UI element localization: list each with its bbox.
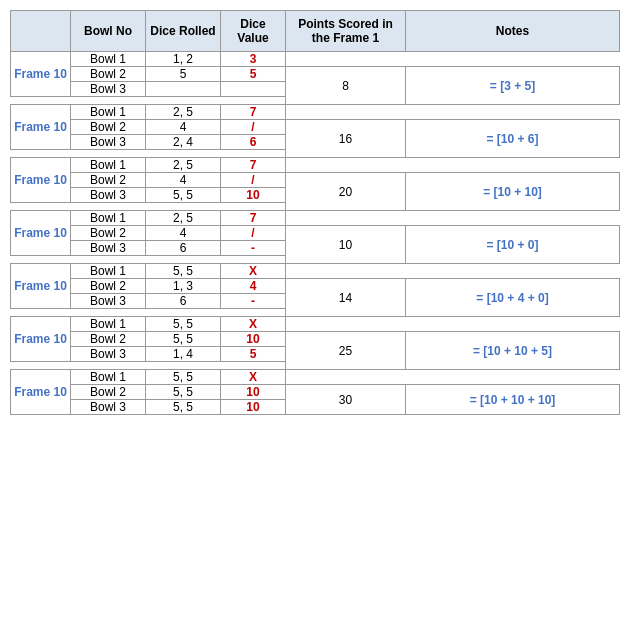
dice-value: - — [221, 294, 286, 309]
dice-rolled-value: 5, 5 — [146, 400, 221, 415]
dice-value: 10 — [221, 332, 286, 347]
dice-rolled-value: 2, 5 — [146, 211, 221, 226]
frame-label: Frame 10 — [11, 211, 71, 256]
dice-rolled-value: 6 — [146, 294, 221, 309]
bowl-name: Bowl 2 — [71, 120, 146, 135]
table-row: Frame 10Bowl 12, 57 — [11, 158, 620, 173]
header-dice-rolled: Dice Rolled — [146, 11, 221, 52]
dice-rolled-value: 6 — [146, 241, 221, 256]
dice-rolled-value: 4 — [146, 120, 221, 135]
dice-rolled-value — [146, 82, 221, 97]
dice-rolled-value: 2, 5 — [146, 158, 221, 173]
header-points: Points Scored in the Frame 1 — [286, 11, 406, 52]
dice-rolled-value: 2, 4 — [146, 135, 221, 150]
dice-rolled-value: 5, 5 — [146, 332, 221, 347]
dice-rolled-value: 2, 5 — [146, 105, 221, 120]
bowl-name: Bowl 3 — [71, 135, 146, 150]
dice-rolled-value: 1, 2 — [146, 52, 221, 67]
dice-value: 4 — [221, 279, 286, 294]
bowl-name: Bowl 2 — [71, 173, 146, 188]
bowl-name: Bowl 3 — [71, 400, 146, 415]
header-bowl-no: Bowl No — [71, 11, 146, 52]
dice-rolled-value: 1, 3 — [146, 279, 221, 294]
table-row: Frame 10Bowl 11, 23 — [11, 52, 620, 67]
dice-rolled-value: 5 — [146, 67, 221, 82]
bowl-name: Bowl 2 — [71, 385, 146, 400]
bowl-name: Bowl 1 — [71, 158, 146, 173]
table-row: Bowl 25, 51025= [10 + 10 + 5] — [11, 332, 620, 347]
frame-label: Frame 10 — [11, 158, 71, 203]
bowl-name: Bowl 3 — [71, 188, 146, 203]
table-row: Bowl 2558= [3 + 5] — [11, 67, 620, 82]
frame-label: Frame 10 — [11, 52, 71, 97]
dice-value: / — [221, 173, 286, 188]
bowl-name: Bowl 3 — [71, 241, 146, 256]
dice-rolled-value: 4 — [146, 226, 221, 241]
bowl-name: Bowl 2 — [71, 279, 146, 294]
dice-value: 7 — [221, 211, 286, 226]
dice-value: / — [221, 226, 286, 241]
bowl-name: Bowl 1 — [71, 52, 146, 67]
notes-value: = [10 + 10 + 10] — [406, 385, 620, 415]
bowl-name: Bowl 2 — [71, 67, 146, 82]
table-row: Frame 10Bowl 12, 57 — [11, 211, 620, 226]
bowl-name: Bowl 2 — [71, 226, 146, 241]
bowl-name: Bowl 3 — [71, 347, 146, 362]
frame-label: Frame 10 — [11, 264, 71, 309]
dice-value: X — [221, 317, 286, 332]
table-row: Frame 10Bowl 12, 57 — [11, 105, 620, 120]
frame-label: Frame 10 — [11, 317, 71, 362]
dice-value: - — [221, 241, 286, 256]
dice-rolled-value: 5, 5 — [146, 264, 221, 279]
dice-rolled-value: 5, 5 — [146, 370, 221, 385]
table-row: Bowl 24/10= [10 + 0] — [11, 226, 620, 241]
dice-value: / — [221, 120, 286, 135]
bowl-name: Bowl 1 — [71, 211, 146, 226]
bowl-name: Bowl 3 — [71, 82, 146, 97]
table-row: Bowl 24/16= [10 + 6] — [11, 120, 620, 135]
bowl-name: Bowl 2 — [71, 332, 146, 347]
dice-value: 5 — [221, 67, 286, 82]
main-table: Bowl No Dice Rolled Dice Value Points Sc… — [10, 10, 620, 415]
dice-rolled-value: 5, 5 — [146, 385, 221, 400]
bowl-name: Bowl 1 — [71, 317, 146, 332]
points-scored: 30 — [286, 385, 406, 415]
dice-value: X — [221, 264, 286, 279]
dice-rolled-value: 1, 4 — [146, 347, 221, 362]
table-row: Frame 10Bowl 15, 5X — [11, 317, 620, 332]
dice-value: 7 — [221, 105, 286, 120]
table-row: Bowl 25, 51030= [10 + 10 + 10] — [11, 385, 620, 400]
header-dice-value: Dice Value — [221, 11, 286, 52]
dice-value: 5 — [221, 347, 286, 362]
bowl-name: Bowl 1 — [71, 105, 146, 120]
table-row: Frame 10Bowl 15, 5X — [11, 264, 620, 279]
bowl-name: Bowl 1 — [71, 370, 146, 385]
bowl-name: Bowl 3 — [71, 294, 146, 309]
dice-rolled-value: 5, 5 — [146, 188, 221, 203]
frame-label: Frame 10 — [11, 370, 71, 415]
dice-value — [221, 82, 286, 97]
dice-rolled-value: 4 — [146, 173, 221, 188]
dice-value: 10 — [221, 188, 286, 203]
bowl-name: Bowl 1 — [71, 264, 146, 279]
table-row: Bowl 24/20= [10 + 10] — [11, 173, 620, 188]
header-frame — [11, 11, 71, 52]
dice-value: 10 — [221, 385, 286, 400]
table-row: Frame 10Bowl 15, 5X — [11, 370, 620, 385]
frame-label: Frame 10 — [11, 105, 71, 150]
dice-value: 6 — [221, 135, 286, 150]
header-notes: Notes — [406, 11, 620, 52]
dice-value: X — [221, 370, 286, 385]
dice-value: 3 — [221, 52, 286, 67]
dice-rolled-value: 5, 5 — [146, 317, 221, 332]
dice-value: 10 — [221, 400, 286, 415]
dice-value: 7 — [221, 158, 286, 173]
table-row: Bowl 21, 3414= [10 + 4 + 0] — [11, 279, 620, 294]
